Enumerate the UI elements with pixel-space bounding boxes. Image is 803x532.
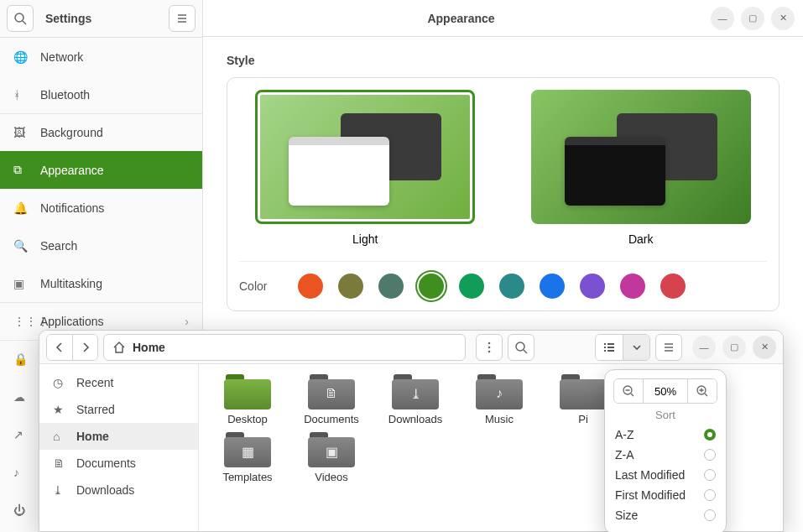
svg-rect-11 (607, 343, 614, 345)
place-downloads[interactable]: ⤓Downloads (39, 477, 198, 503)
folder-music[interactable]: ♪Music (457, 374, 541, 425)
back-button[interactable] (47, 335, 72, 360)
color-swatch[interactable] (620, 274, 645, 299)
place-home[interactable]: ⌂Home (39, 423, 198, 450)
close-button[interactable]: ✕ (771, 7, 795, 30)
search-icon (13, 12, 27, 25)
pathbar-menu-button[interactable] (476, 334, 503, 361)
place-documents[interactable]: 🗎Documents (39, 450, 198, 477)
color-swatch[interactable] (499, 274, 524, 299)
files-maximize-button[interactable]: ▢ (722, 336, 746, 359)
sort-option-label: A-Z (615, 428, 634, 441)
sidebar-icon: ↗ (13, 428, 29, 441)
folder-documents[interactable]: 🗎Documents (289, 374, 373, 425)
sidebar-item-multitasking[interactable]: ▣Multitasking (0, 264, 202, 302)
menu-button[interactable] (169, 5, 196, 32)
sort-option-label: Z-A (615, 448, 634, 462)
place-icon: ◷ (53, 376, 66, 389)
hamburger-menu-button[interactable] (655, 334, 682, 361)
svg-rect-13 (607, 347, 614, 348)
color-swatch[interactable] (580, 274, 605, 299)
sidebar-icon: ⋮⋮⋮ (13, 315, 29, 328)
sidebar-item-search[interactable]: 🔍Search (0, 227, 202, 264)
files-close-button[interactable]: ✕ (753, 336, 776, 359)
folder-templates[interactable]: ▦Templates (206, 432, 289, 483)
style-option-light[interactable]: Light (255, 90, 475, 246)
sidebar-item-notifications[interactable]: 🔔Notifications (0, 189, 202, 227)
sidebar-icon: ▣ (13, 277, 29, 290)
folder-icon: ⤓ (392, 374, 439, 409)
sort-option[interactable]: Last Modified (613, 465, 717, 485)
svg-rect-14 (604, 350, 606, 352)
sort-option[interactable]: First Modified (613, 485, 717, 505)
folder-icon: 🗎 (308, 374, 355, 409)
color-swatch[interactable] (378, 274, 404, 299)
color-swatch[interactable] (660, 274, 686, 299)
forward-button[interactable] (72, 335, 97, 360)
svg-rect-10 (604, 343, 606, 345)
svg-line-25 (705, 394, 707, 396)
style-label-light: Light (352, 232, 378, 246)
zoom-value: 50% (643, 379, 688, 403)
sidebar-icon: ☁ (13, 390, 29, 404)
sort-option[interactable]: Size (613, 505, 717, 525)
sort-option-label: Size (615, 509, 638, 522)
color-swatch[interactable] (298, 274, 323, 299)
sidebar-item-bluetooth[interactable]: ᚼBluetooth (0, 76, 202, 113)
svg-line-9 (524, 350, 527, 353)
place-starred[interactable]: ★Starred (39, 396, 198, 423)
svg-point-7 (488, 350, 491, 352)
style-option-dark[interactable]: Dark (531, 90, 751, 246)
place-icon: ⌂ (53, 430, 66, 443)
sidebar-icon: ♪ (13, 466, 29, 479)
place-label: Home (76, 430, 109, 443)
color-swatch[interactable] (540, 274, 565, 299)
folder-downloads[interactable]: ⤓Downloads (373, 374, 457, 425)
style-label-dark: Dark (628, 232, 654, 246)
view-options-button[interactable] (623, 335, 649, 360)
zoom-out-button[interactable] (614, 379, 643, 403)
list-view-button[interactable] (596, 335, 623, 360)
folder-desktop[interactable]: Desktop (206, 374, 289, 425)
sidebar-item-label: Applications (40, 315, 104, 328)
svg-line-21 (631, 394, 634, 396)
sort-option[interactable]: A-Z (613, 425, 717, 445)
places-sidebar: ◷Recent★Starred⌂Home🗎Documents⤓Downloads (39, 364, 199, 531)
sidebar-icon: 🔔 (13, 201, 29, 215)
sidebar-item-background[interactable]: 🖼Background (0, 113, 202, 151)
sort-options: A-ZZ-ALast ModifiedFirst ModifiedSize (613, 425, 717, 525)
folder-icon: ▦ (224, 432, 271, 467)
maximize-button[interactable]: ▢ (741, 7, 764, 30)
pathbar[interactable]: Home (103, 334, 466, 361)
color-swatch[interactable] (338, 274, 363, 299)
svg-point-8 (516, 342, 524, 351)
place-recent[interactable]: ◷Recent (39, 369, 198, 396)
place-label: Downloads (76, 483, 134, 497)
sidebar-icon: ⧉ (13, 163, 29, 177)
kebab-icon (482, 341, 496, 354)
color-swatch[interactable] (459, 274, 484, 299)
breadcrumb: Home (133, 341, 165, 354)
files-search-button[interactable] (508, 334, 534, 361)
zoom-in-button[interactable] (688, 379, 717, 403)
place-label: Starred (76, 403, 115, 416)
sidebar-item-network[interactable]: 🌐Network (0, 38, 202, 76)
folder-videos[interactable]: ▣Videos (289, 432, 373, 483)
color-row: Color (239, 261, 767, 299)
sidebar-item-appearance[interactable]: ⧉Appearance (0, 151, 202, 189)
files-minimize-button[interactable]: — (692, 336, 716, 359)
svg-rect-15 (607, 350, 614, 352)
chevron-down-icon (630, 341, 644, 354)
sort-option-label: First Modified (615, 488, 686, 502)
search-button[interactable] (7, 5, 34, 32)
folder-icon: ▣ (308, 432, 355, 467)
color-swatch[interactable] (419, 274, 444, 299)
sort-option[interactable]: Z-A (613, 445, 717, 465)
folder-label: Documents (304, 413, 359, 425)
sidebar-header: Settings (0, 0, 202, 38)
minimize-button[interactable]: — (711, 7, 734, 30)
place-label: Recent (76, 376, 113, 389)
radio-icon (704, 469, 716, 481)
sidebar-item-label: Notifications (40, 201, 104, 215)
style-thumb-dark (531, 90, 751, 224)
